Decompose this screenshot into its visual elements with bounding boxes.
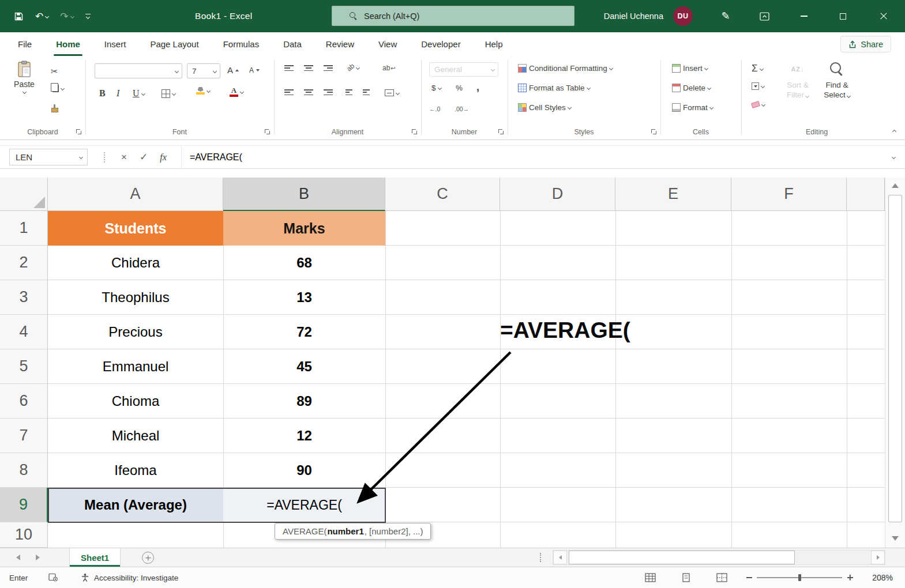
sheet-tab-sheet1[interactable]: Sheet1 <box>69 548 121 567</box>
cut-button[interactable]: ✂ <box>51 66 58 77</box>
comma-style-button[interactable]: , <box>476 81 479 93</box>
bold-button[interactable]: B <box>99 88 106 99</box>
enter-button[interactable]: ✓ <box>134 151 153 163</box>
fill-color-button[interactable] <box>196 87 210 95</box>
copy-button[interactable] <box>51 85 64 92</box>
borders-button[interactable] <box>162 89 175 98</box>
cells-area[interactable]: Students Marks Chidera 68 Theophilus 13 … <box>48 211 885 548</box>
zoom-out-button[interactable] <box>745 573 754 582</box>
avatar[interactable]: DU <box>673 6 693 26</box>
row-header-7[interactable]: 7 <box>0 419 48 453</box>
cell-B7[interactable]: 12 <box>223 419 385 453</box>
decrease-decimal-button[interactable]: .00→ <box>455 105 469 112</box>
tab-home[interactable]: Home <box>44 32 92 56</box>
orientation-button[interactable]: ab <box>347 63 359 71</box>
cell-A4[interactable]: Precious <box>48 315 223 349</box>
search-input[interactable]: Search (Alt+Q) <box>332 6 574 26</box>
user-name[interactable]: Daniel Uchenna <box>604 0 663 32</box>
share-button[interactable]: Share <box>840 36 891 52</box>
number-format-combo[interactable]: General <box>429 62 498 77</box>
collapse-ribbon-button[interactable] <box>893 126 896 135</box>
hscroll-right-button[interactable] <box>871 551 885 564</box>
cell-B4[interactable]: 72 <box>223 315 385 349</box>
maximize-button[interactable] <box>829 0 857 32</box>
italic-button[interactable]: I <box>117 88 119 99</box>
save-button[interactable] <box>14 12 24 21</box>
column-header-E[interactable]: E <box>615 178 731 211</box>
tab-file[interactable]: File <box>6 32 44 56</box>
tab-data[interactable]: Data <box>271 32 314 56</box>
increase-font-button[interactable]: A <box>227 65 239 75</box>
wrap-text-button[interactable]: ab <box>382 64 396 72</box>
row-header-9[interactable]: 9 <box>0 488 48 522</box>
increase-indent-button[interactable] <box>363 89 370 95</box>
accessibility-status[interactable]: Accessibility: Investigate <box>81 567 178 588</box>
new-sheet-button[interactable] <box>142 552 154 564</box>
column-header-C[interactable]: C <box>385 178 500 211</box>
formula-input[interactable]: =AVERAGE( <box>181 146 882 168</box>
cell-B9[interactable]: =AVERAGE( <box>223 488 385 522</box>
row-header-2[interactable]: 2 <box>0 246 48 280</box>
minimize-button[interactable] <box>790 0 817 32</box>
cell-B3[interactable]: 13 <box>223 280 385 315</box>
row-header-8[interactable]: 8 <box>0 453 48 488</box>
undo-button[interactable]: ↶ <box>35 12 48 21</box>
page-break-view-button[interactable] <box>716 573 728 583</box>
center-button[interactable] <box>304 89 313 95</box>
row-header-6[interactable]: 6 <box>0 384 48 419</box>
insert-cells-button[interactable]: Insert <box>672 64 708 73</box>
tab-insert[interactable]: Insert <box>92 32 138 56</box>
insert-function-button[interactable]: fx <box>153 152 173 163</box>
tab-view[interactable]: View <box>366 32 409 56</box>
cell-A5[interactable]: Emmanuel <box>48 349 223 384</box>
fill-button[interactable] <box>752 82 764 90</box>
align-left-button[interactable] <box>284 89 294 95</box>
decrease-font-button[interactable]: A <box>249 66 260 74</box>
cell-A9[interactable]: Mean (Average) <box>48 488 223 522</box>
vertical-scrollbar[interactable] <box>885 178 905 548</box>
namebox-resize-handle[interactable] <box>104 152 105 163</box>
select-all-button[interactable] <box>0 178 48 211</box>
delete-cells-button[interactable]: Delete <box>672 84 711 92</box>
macro-record-icon[interactable] <box>48 573 58 583</box>
top-align-button[interactable] <box>284 65 294 71</box>
cell-A6[interactable]: Chioma <box>48 384 223 419</box>
cell-A3[interactable]: Theophilus <box>48 280 223 315</box>
row-header-1[interactable]: 1 <box>0 211 48 246</box>
increase-decimal-button[interactable]: ←.0 <box>429 105 440 112</box>
align-right-button[interactable] <box>324 89 333 95</box>
draw-icon[interactable]: ✎ <box>714 0 737 32</box>
cell-B5[interactable]: 45 <box>223 349 385 384</box>
zoom-slider-thumb[interactable] <box>798 574 801 581</box>
ribbon-display-options-icon[interactable] <box>753 0 776 32</box>
redo-dropdown-icon[interactable] <box>70 14 74 18</box>
format-cells-button[interactable]: Format <box>672 103 713 112</box>
page-layout-view-button[interactable] <box>681 573 692 583</box>
cell-B6[interactable]: 89 <box>223 384 385 419</box>
cancel-button[interactable]: × <box>114 152 134 163</box>
column-header-A[interactable]: A <box>48 178 223 211</box>
prev-sheet-button[interactable] <box>9 548 27 567</box>
row-header-5[interactable]: 5 <box>0 349 48 384</box>
bottom-align-button[interactable] <box>324 65 333 71</box>
percent-style-button[interactable]: % <box>456 84 463 92</box>
column-header-partial[interactable] <box>847 178 885 211</box>
column-header-D[interactable]: D <box>500 178 615 211</box>
decrease-indent-button[interactable] <box>346 89 352 95</box>
sort-filter-button[interactable]: AZ↓ Sort & Filter <box>779 61 816 100</box>
cell-A7[interactable]: Micheal <box>48 419 223 453</box>
paste-button[interactable]: Paste <box>7 61 42 93</box>
autosum-button[interactable]: Σ <box>752 63 763 74</box>
format-as-table-button[interactable]: Format as Table <box>518 84 590 92</box>
redo-button[interactable]: ↷ <box>60 12 73 21</box>
zoom-slider[interactable] <box>757 577 842 578</box>
accounting-format-button[interactable]: $ <box>431 84 441 92</box>
row-header-3[interactable]: 3 <box>0 280 48 315</box>
tab-help[interactable]: Help <box>473 32 515 56</box>
cell-A8[interactable]: Ifeoma <box>48 453 223 488</box>
styles-dialog-launcher-icon[interactable] <box>651 129 656 134</box>
font-name-combo[interactable] <box>95 63 182 78</box>
customize-qat-button[interactable] <box>85 14 91 18</box>
cell-B8[interactable]: 90 <box>223 453 385 488</box>
alignment-dialog-launcher-icon[interactable] <box>412 129 417 134</box>
